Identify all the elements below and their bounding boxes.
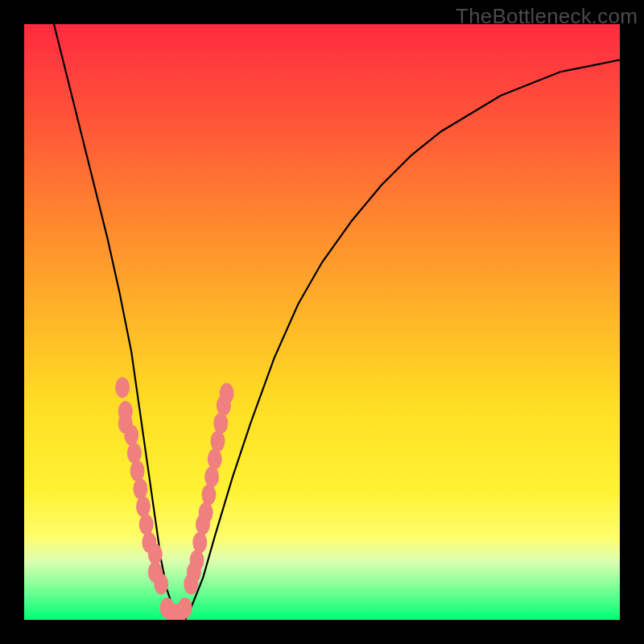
marker-right [211,431,225,452]
marker-right [220,383,234,404]
bottleneck-curve [54,24,620,620]
marker-right [201,485,216,506]
marker-right [204,466,219,487]
marker-left [130,460,145,481]
marker-left [133,478,147,499]
curve-svg [24,24,620,620]
marker-left [154,574,168,595]
marker-left [148,544,163,565]
marker-right [213,413,228,434]
marker-left [115,377,130,398]
marker-right [199,502,213,523]
marker-bottom [178,597,192,618]
watermark-label: TheBottleneck.com [456,4,638,29]
marker-left [127,443,142,464]
marker-right [190,550,204,571]
marker-left [124,425,138,446]
marker-right [208,448,222,469]
marker-right [192,532,207,553]
marker-left [136,496,151,517]
marker-left [139,514,154,535]
plot-frame [24,24,620,620]
chart-root: TheBottleneck.com [0,0,644,644]
